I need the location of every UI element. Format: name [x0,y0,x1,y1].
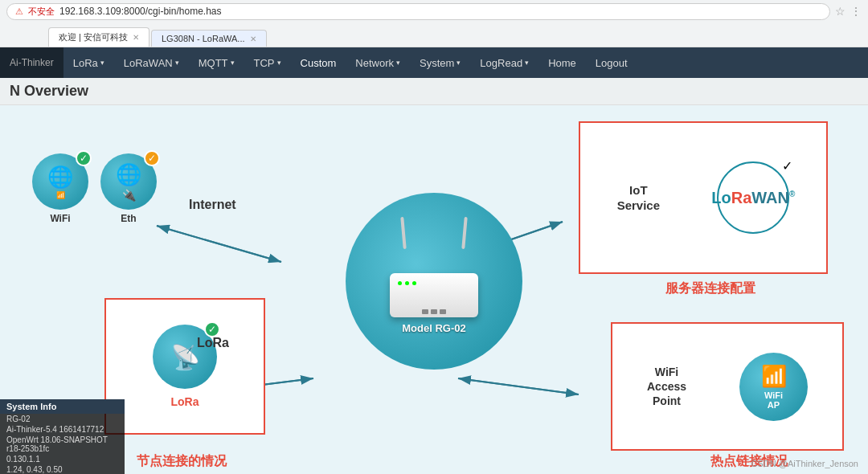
nav-item-home[interactable]: Home [538,47,586,78]
router-center-circle: Model RG-02 [346,193,522,370]
security-warning: 不安全 [28,6,55,18]
system-info-row-2: OpenWrt 18.06-SNAPSHOT r18-253b1fc [0,435,125,454]
internet-label: Internet [189,198,236,212]
eth-port-icon: 🔌 [122,189,136,202]
globe-icon: 🌐 [47,165,73,190]
iot-service-box: IoTService LoRaWAN® ✓ [579,121,828,274]
router-ports [422,309,446,314]
wifi-ap-circle: 📶 WiFi AP ✓ [739,353,808,421]
lora-tower-circle: 📡 ✓ [153,325,217,389]
chevron-down-icon: ▾ [100,59,104,67]
address-bar-content[interactable]: ⚠ 不安全 192.168.3.109:8000/cgi-bin/home.ha… [6,3,830,20]
wifi-check-badge: ✓ [76,150,92,166]
nav-item-logout[interactable]: Logout [586,47,637,78]
nav-item-tcp[interactable]: TCP ▾ [244,47,291,78]
wifi-icon-group: 🌐 📶 ✓ WiFi [32,153,88,224]
chevron-down-icon: ▾ [396,59,400,67]
antenna-right [461,216,467,248]
nav-item-mqtt[interactable]: MQTT ▾ [189,47,244,78]
svg-line-8 [458,378,579,394]
iot-service-label: IoTService [617,182,660,214]
wifi-signal-icon: 📶 [56,191,65,199]
security-icon: ⚠ [15,6,23,17]
address-text: 192.168.3.109:8000/cgi-bin/home.has [59,6,222,17]
nav-item-lora[interactable]: LoRa ▾ [63,47,114,78]
wifi-ap-check-badge: ✓ [800,349,811,365]
router-body [390,273,478,317]
chevron-down-icon: ▾ [457,59,461,67]
nav-item-system[interactable]: System ▾ [410,47,470,78]
nav-item-lorawan[interactable]: LoRaWAN ▾ [114,47,189,78]
left-icons-group: 🌐 📶 ✓ WiFi 🌐 🔌 ✓ Eth [32,153,157,224]
nav-item-network[interactable]: Network ▾ [346,47,410,78]
lora-box: 📡 ✓ LoRa [104,298,265,435]
nav-items: LoRa ▾ LoRaWAN ▾ MQTT ▾ TCP ▾ Custom Net… [63,47,637,78]
node-connection-label: 节点连接的情况 [137,453,227,470]
wifi-ap-circle-sublabel: AP [768,400,780,410]
page-title-bar: N Overview [0,78,868,105]
eth-check-badge: ✓ [144,150,160,166]
chevron-down-icon: ▾ [277,59,281,67]
router-model-label: Model RG-02 [402,322,465,334]
wifi-ap-signal-icon: 📶 [761,364,787,389]
router-leds [398,281,416,285]
eth-circle: 🌐 🔌 ✓ [100,153,157,210]
svg-line-3 [157,226,281,262]
tab-1-label: 欢迎 | 安信可科技 [59,31,128,43]
lorawan-logo: LoRaWAN® [711,189,795,207]
tab-1[interactable]: 欢迎 | 安信可科技 ✕ [48,27,149,47]
chevron-down-icon: ▾ [525,59,529,67]
navbar: Ai-Thinker LoRa ▾ LoRaWAN ▾ MQTT ▾ TCP ▾… [0,47,868,78]
server-config-label: 服务器连接配置 [665,280,755,297]
antenna-left [400,216,406,248]
system-info-row-1: Ai-Thinker-5.4 1661417712 [0,424,125,435]
eth-icon-group: 🌐 🔌 ✓ Eth [100,153,157,224]
svg-line-9 [458,378,579,394]
eth-label: Eth [121,213,136,224]
lorawan-circle: LoRaWAN® ✓ [717,161,789,234]
port-2 [431,309,437,314]
wifi-circle: 🌐 📶 ✓ [32,153,88,210]
nav-item-logread[interactable]: LogRead ▾ [470,47,538,78]
router-image [378,229,490,317]
wifi-label: WiFi [50,213,70,224]
address-bar: ⚠ 不安全 192.168.3.109:8000/cgi-bin/home.ha… [0,0,868,22]
led-1 [398,281,402,285]
tower-icon: 📡 [170,343,200,371]
port-1 [422,309,428,314]
brand-label: Ai-Thinker [10,57,54,68]
system-info-row-0: RG-02 [0,414,125,424]
lorawan-check-badge: ✓ [782,158,792,174]
system-info-row-4: 1.24, 0.43, 0.50 [0,464,125,474]
bookmark-icon[interactable]: ☆ [835,5,845,18]
tab-2-close[interactable]: ✕ [250,35,256,43]
tab-bar: 欢迎 | 安信可科技 ✕ LG308N - LoRaWA... ✕ [0,22,868,47]
port-3 [440,309,446,314]
iot-service-text-group: IoTService [617,182,660,214]
options-icon[interactable]: ⋮ [850,5,862,18]
tab-2[interactable]: LG308N - LoRaWA... ✕ [151,30,267,47]
wifi-ap-box: WiFiAccessPoint 📶 WiFi AP ✓ [611,322,844,451]
system-info-title: System Info [0,399,125,414]
csdn-watermark: CSDN @AiThinker_Jenson [751,459,858,468]
system-info-row-3: 0.130.1.1 [0,454,125,464]
browser-chrome: ⚠ 不安全 192.168.3.109:8000/cgi-bin/home.ha… [0,0,868,47]
lora-check-badge: ✓ [204,321,220,337]
chevron-down-icon: ▾ [175,59,179,67]
led-2 [405,281,409,285]
page-title: N Overview [10,83,88,99]
led-3 [412,281,416,285]
lora-text-label: LoRa [197,336,229,350]
wifi-ap-circle-label: WiFi [764,390,783,400]
wifi-ap-text-group: WiFiAccessPoint [647,365,686,409]
chevron-down-icon: ▾ [231,59,235,67]
nav-item-custom[interactable]: Custom [291,47,346,78]
system-info-panel: System Info RG-02 Ai-Thinker-5.4 1661417… [0,399,125,474]
tab-2-label: LG308N - LoRaWA... [162,34,245,43]
tab-1-close[interactable]: ✕ [133,33,139,42]
wifi-ap-label: WiFiAccessPoint [647,365,686,409]
svg-line-2 [157,226,281,262]
lora-icon-label: LoRa [171,395,199,408]
eth-globe-icon: 🌐 [116,162,141,187]
main-content: 🌐 📶 ✓ WiFi 🌐 🔌 ✓ Eth Internet [0,105,868,474]
